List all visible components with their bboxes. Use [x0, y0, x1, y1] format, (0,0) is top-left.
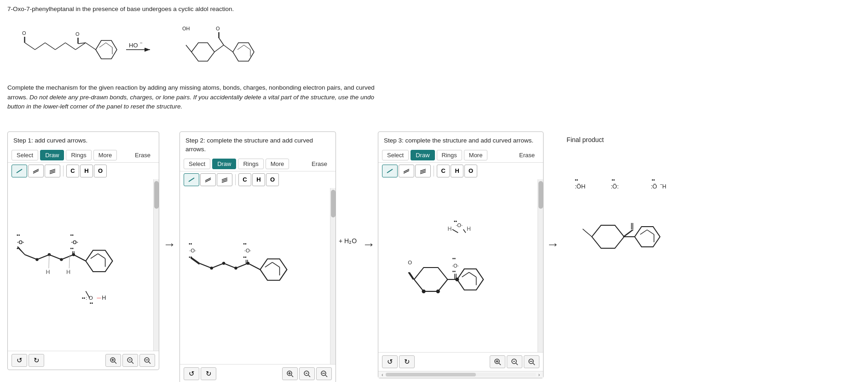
- step3-oxygen-btn[interactable]: O: [464, 165, 477, 177]
- step3-hydrogen-btn[interactable]: H: [451, 165, 463, 177]
- svg-text:H: H: [467, 226, 471, 232]
- svg-marker-147: [457, 269, 483, 290]
- svg-line-61: [91, 254, 98, 259]
- step3-double-bond-btn[interactable]: [399, 165, 414, 177]
- svg-line-172: [624, 230, 633, 237]
- svg-line-86: [205, 179, 211, 182]
- svg-line-32: [237, 45, 244, 50]
- step1-hydrogen-btn[interactable]: H: [80, 165, 93, 177]
- step3-canvas[interactable]: •• H ·O· H O •• ·O·: [378, 179, 543, 353]
- step3-erase-btn[interactable]: Erase: [515, 150, 539, 160]
- step3-zoom-out-btn[interactable]: [524, 355, 539, 368]
- step2-double-bond-btn[interactable]: [200, 173, 216, 186]
- step1-double-bond-btn[interactable]: [28, 165, 44, 177]
- step3-triple-bond-btn[interactable]: [415, 165, 431, 177]
- step1-erase-btn[interactable]: Erase: [130, 150, 155, 160]
- step3-zoom-reset-btn[interactable]: [507, 355, 522, 368]
- step2-carbon-btn[interactable]: C: [238, 173, 251, 186]
- step2-triple-bond-btn[interactable]: [217, 173, 232, 186]
- step2-select-btn[interactable]: Select: [184, 159, 210, 169]
- svg-line-82: [149, 362, 150, 364]
- step1-single-bond-btn[interactable]: [12, 165, 27, 177]
- svg-line-160: [533, 363, 535, 365]
- final-product-title: Final product: [567, 136, 686, 143]
- svg-line-108: [248, 263, 260, 270]
- svg-marker-136: [414, 268, 448, 291]
- step2-zoom-out-btn[interactable]: [316, 367, 332, 380]
- svg-line-35: [17, 169, 22, 173]
- step3-scroll-left[interactable]: ‹: [380, 372, 385, 377]
- svg-text:••: ••: [70, 245, 74, 251]
- svg-text:O: O: [75, 31, 80, 37]
- step2-draw-btn[interactable]: Draw: [212, 159, 236, 169]
- step2-erase-btn[interactable]: Erase: [307, 159, 332, 169]
- step3-draw-btn[interactable]: Draw: [411, 150, 434, 160]
- step2-oxygen-btn[interactable]: O: [266, 173, 279, 186]
- svg-line-118: [308, 375, 310, 377]
- svg-line-79: [132, 362, 133, 364]
- step2-single-bond-btn[interactable]: [184, 173, 199, 186]
- step2-hydrogen-btn[interactable]: H: [252, 173, 265, 186]
- step3-more-btn[interactable]: More: [464, 150, 488, 160]
- step2-zoom-in-btn[interactable]: [282, 367, 298, 380]
- svg-line-97: [212, 263, 224, 268]
- step2-zoom-reset-btn[interactable]: [299, 367, 315, 380]
- step2-scrollbar[interactable]: [330, 188, 336, 364]
- svg-line-95: [199, 263, 211, 268]
- step1-rings-btn[interactable]: Rings: [66, 150, 91, 160]
- svg-text:••: ••: [70, 232, 74, 238]
- step1-oxygen-btn[interactable]: O: [94, 165, 107, 177]
- svg-text::Ö: :Ö: [651, 183, 657, 190]
- step1-toolbar: Select Draw Rings More Erase: [8, 148, 159, 163]
- svg-line-148: [462, 272, 469, 277]
- step2-title: Step 2: complete the structure and add c…: [180, 132, 336, 157]
- svg-line-75: [115, 362, 116, 364]
- step3-rings-btn[interactable]: Rings: [437, 150, 462, 160]
- step2-bond-tools: C H O: [180, 171, 336, 188]
- step1-redo-btn[interactable]: ↻: [29, 354, 44, 367]
- step1-scrollbar[interactable]: [153, 179, 159, 351]
- svg-line-59: [74, 255, 86, 261]
- step2-redo-btn[interactable]: ↻: [201, 367, 216, 380]
- svg-text:••: ••: [612, 177, 615, 182]
- step1-draw-btn[interactable]: Draw: [40, 150, 64, 160]
- svg-line-37: [33, 171, 39, 173]
- step3-panel: Step 3: complete the structure and add c…: [378, 131, 544, 378]
- svg-text:·O·: ·O·: [452, 263, 459, 268]
- step1-carbon-btn[interactable]: C: [66, 165, 79, 177]
- step1-zoom-in-btn[interactable]: [105, 354, 121, 367]
- svg-text:••: ••: [17, 232, 20, 238]
- final-product-svg: •• :ÖH •• :Ö: •• :Ö − H: [567, 147, 686, 322]
- svg-text:O: O: [408, 260, 412, 265]
- step2-more-btn[interactable]: More: [266, 159, 289, 169]
- svg-text:••: ••: [243, 240, 247, 246]
- svg-text::ÖH: :ÖH: [575, 183, 585, 190]
- reaction-description: 7-Oxo-7-phenylheptanal in the presence o…: [7, 5, 385, 14]
- step3-carbon-btn[interactable]: C: [437, 165, 450, 177]
- step3-scrollbar-v[interactable]: [538, 179, 543, 353]
- step3-select-btn[interactable]: Select: [382, 150, 409, 160]
- step1-title: Step 1: add curved arrows.: [8, 132, 159, 148]
- step2-canvas[interactable]: •• ·O· •• •• ·O· ••: [180, 188, 336, 364]
- step1-zoom-out-btn[interactable]: [139, 354, 155, 367]
- step1-more-btn[interactable]: More: [93, 150, 117, 160]
- step1-triple-bond-btn[interactable]: [45, 165, 60, 177]
- step2-undo-btn[interactable]: ↺: [184, 367, 199, 380]
- step3-zoom-in-btn[interactable]: [490, 355, 505, 368]
- step3-undo-btn[interactable]: ↺: [382, 355, 398, 368]
- steps-container: Step 1: add curved arrows. Select Draw R…: [7, 131, 861, 382]
- svg-line-110: [265, 262, 272, 267]
- step3-hscrollbar[interactable]: ‹ ›: [378, 371, 543, 378]
- step3-scroll-right[interactable]: ›: [537, 372, 541, 377]
- step3-title: Step 3: complete the structure and add c…: [378, 132, 543, 148]
- svg-line-178: [640, 230, 647, 234]
- step3-single-bond-btn[interactable]: [382, 165, 398, 177]
- step3-redo-btn[interactable]: ↻: [399, 355, 415, 368]
- svg-text:••: ••: [575, 177, 579, 182]
- step1-zoom-reset-btn[interactable]: [122, 354, 138, 367]
- step1-select-btn[interactable]: Select: [12, 150, 38, 160]
- step2-rings-btn[interactable]: Rings: [238, 159, 263, 169]
- step1-canvas[interactable]: •• ·O· •• •• ·O· ••: [8, 179, 159, 351]
- step1-undo-btn[interactable]: ↺: [12, 354, 27, 367]
- instruction-text: Complete the mechanism for the given rea…: [7, 83, 385, 111]
